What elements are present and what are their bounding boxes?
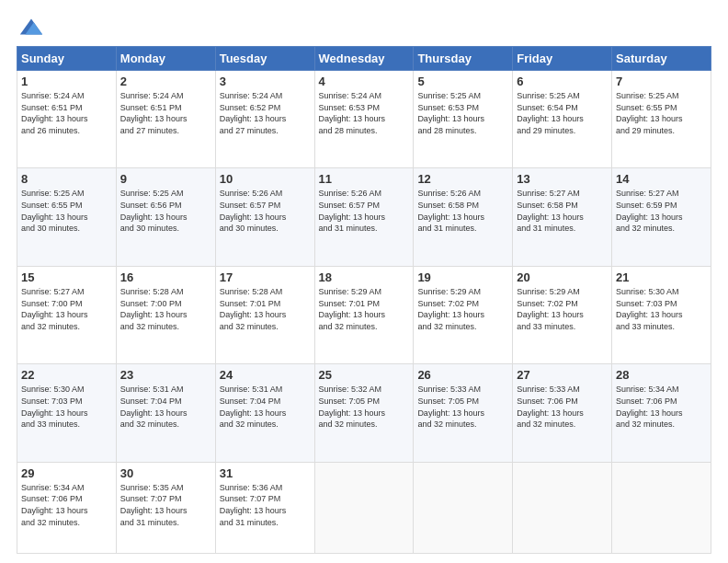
calendar-header-cell: Monday [116, 47, 215, 71]
day-number: 31 [220, 466, 311, 480]
day-info: Sunrise: 5:27 AM Sunset: 6:59 PM Dayligh… [616, 188, 707, 234]
logo-text [17, 17, 44, 37]
day-info: Sunrise: 5:27 AM Sunset: 6:58 PM Dayligh… [517, 188, 608, 234]
day-number: 1 [21, 75, 112, 88]
calendar-day-cell [314, 462, 414, 553]
day-number: 16 [120, 270, 211, 284]
calendar-day-cell: 1Sunrise: 5:24 AM Sunset: 6:51 PM Daylig… [17, 71, 117, 168]
calendar-day-cell [513, 462, 612, 553]
calendar-week-row: 15Sunrise: 5:27 AM Sunset: 7:00 PM Dayli… [17, 266, 711, 363]
day-info: Sunrise: 5:34 AM Sunset: 7:06 PM Dayligh… [616, 384, 707, 430]
day-info: Sunrise: 5:26 AM Sunset: 6:58 PM Dayligh… [417, 188, 508, 234]
calendar: SundayMondayTuesdayWednesdayThursdayFrid… [17, 46, 711, 554]
calendar-day-cell: 7Sunrise: 5:25 AM Sunset: 6:55 PM Daylig… [612, 71, 711, 168]
day-number: 29 [21, 466, 112, 480]
calendar-header-cell: Sunday [17, 47, 117, 71]
calendar-day-cell: 25Sunrise: 5:32 AM Sunset: 7:05 PM Dayli… [314, 364, 414, 462]
day-number: 28 [616, 368, 707, 382]
calendar-day-cell: 2Sunrise: 5:24 AM Sunset: 6:51 PM Daylig… [116, 71, 215, 168]
calendar-day-cell: 4Sunrise: 5:24 AM Sunset: 6:53 PM Daylig… [314, 71, 414, 168]
calendar-day-cell: 8Sunrise: 5:25 AM Sunset: 6:55 PM Daylig… [17, 168, 117, 266]
day-info: Sunrise: 5:26 AM Sunset: 6:57 PM Dayligh… [319, 188, 410, 234]
page: SundayMondayTuesdayWednesdayThursdayFrid… [0, 0, 728, 563]
calendar-header-cell: Thursday [414, 47, 513, 71]
calendar-header-row: SundayMondayTuesdayWednesdayThursdayFrid… [17, 47, 711, 71]
calendar-header-cell: Tuesday [215, 47, 314, 71]
calendar-day-cell: 9Sunrise: 5:25 AM Sunset: 6:56 PM Daylig… [116, 168, 215, 266]
day-number: 30 [120, 466, 211, 480]
day-info: Sunrise: 5:31 AM Sunset: 7:04 PM Dayligh… [120, 384, 211, 430]
day-info: Sunrise: 5:34 AM Sunset: 7:06 PM Dayligh… [21, 482, 112, 528]
calendar-day-cell: 18Sunrise: 5:29 AM Sunset: 7:01 PM Dayli… [314, 266, 414, 363]
calendar-week-row: 8Sunrise: 5:25 AM Sunset: 6:55 PM Daylig… [17, 168, 711, 266]
day-number: 8 [21, 172, 112, 186]
day-info: Sunrise: 5:30 AM Sunset: 7:03 PM Dayligh… [616, 286, 707, 332]
calendar-body: 1Sunrise: 5:24 AM Sunset: 6:51 PM Daylig… [17, 71, 711, 554]
calendar-day-cell [612, 462, 711, 553]
day-number: 6 [517, 75, 608, 88]
calendar-day-cell: 11Sunrise: 5:26 AM Sunset: 6:57 PM Dayli… [314, 168, 414, 266]
day-number: 10 [220, 172, 311, 186]
day-info: Sunrise: 5:33 AM Sunset: 7:06 PM Dayligh… [517, 384, 608, 430]
day-number: 20 [517, 270, 608, 284]
calendar-week-row: 22Sunrise: 5:30 AM Sunset: 7:03 PM Dayli… [17, 364, 711, 462]
day-info: Sunrise: 5:35 AM Sunset: 7:07 PM Dayligh… [120, 482, 211, 528]
day-info: Sunrise: 5:24 AM Sunset: 6:51 PM Dayligh… [21, 90, 112, 136]
day-info: Sunrise: 5:24 AM Sunset: 6:53 PM Dayligh… [319, 90, 410, 136]
day-number: 23 [120, 368, 211, 382]
day-number: 5 [417, 75, 508, 88]
calendar-week-row: 29Sunrise: 5:34 AM Sunset: 7:06 PM Dayli… [17, 462, 711, 553]
calendar-week-row: 1Sunrise: 5:24 AM Sunset: 6:51 PM Daylig… [17, 71, 711, 168]
calendar-day-cell: 23Sunrise: 5:31 AM Sunset: 7:04 PM Dayli… [116, 364, 215, 462]
day-number: 21 [616, 270, 707, 284]
day-number: 7 [616, 75, 707, 88]
calendar-day-cell: 28Sunrise: 5:34 AM Sunset: 7:06 PM Dayli… [612, 364, 711, 462]
day-info: Sunrise: 5:30 AM Sunset: 7:03 PM Dayligh… [21, 384, 112, 430]
calendar-day-cell: 31Sunrise: 5:36 AM Sunset: 7:07 PM Dayli… [215, 462, 314, 553]
calendar-day-cell: 16Sunrise: 5:28 AM Sunset: 7:00 PM Dayli… [116, 266, 215, 363]
day-number: 3 [220, 75, 311, 88]
calendar-header-cell: Friday [513, 47, 612, 71]
day-number: 4 [319, 75, 410, 88]
day-info: Sunrise: 5:36 AM Sunset: 7:07 PM Dayligh… [220, 482, 311, 528]
day-info: Sunrise: 5:29 AM Sunset: 7:01 PM Dayligh… [319, 286, 410, 332]
calendar-day-cell: 30Sunrise: 5:35 AM Sunset: 7:07 PM Dayli… [116, 462, 215, 553]
calendar-day-cell: 14Sunrise: 5:27 AM Sunset: 6:59 PM Dayli… [612, 168, 711, 266]
day-info: Sunrise: 5:24 AM Sunset: 6:51 PM Dayligh… [120, 90, 211, 136]
calendar-day-cell: 15Sunrise: 5:27 AM Sunset: 7:00 PM Dayli… [17, 266, 117, 363]
day-number: 27 [517, 368, 608, 382]
day-info: Sunrise: 5:27 AM Sunset: 7:00 PM Dayligh… [21, 286, 112, 332]
calendar-day-cell: 21Sunrise: 5:30 AM Sunset: 7:03 PM Dayli… [612, 266, 711, 363]
calendar-day-cell: 12Sunrise: 5:26 AM Sunset: 6:58 PM Dayli… [414, 168, 513, 266]
calendar-day-cell: 5Sunrise: 5:25 AM Sunset: 6:53 PM Daylig… [414, 71, 513, 168]
logo [17, 17, 44, 37]
calendar-day-cell: 6Sunrise: 5:25 AM Sunset: 6:54 PM Daylig… [513, 71, 612, 168]
day-number: 26 [417, 368, 508, 382]
calendar-day-cell: 29Sunrise: 5:34 AM Sunset: 7:06 PM Dayli… [17, 462, 117, 553]
day-number: 25 [319, 368, 410, 382]
day-info: Sunrise: 5:28 AM Sunset: 7:00 PM Dayligh… [120, 286, 211, 332]
day-info: Sunrise: 5:29 AM Sunset: 7:02 PM Dayligh… [417, 286, 508, 332]
day-info: Sunrise: 5:26 AM Sunset: 6:57 PM Dayligh… [220, 188, 311, 234]
day-info: Sunrise: 5:25 AM Sunset: 6:55 PM Dayligh… [616, 90, 707, 136]
day-info: Sunrise: 5:33 AM Sunset: 7:05 PM Dayligh… [417, 384, 508, 430]
day-info: Sunrise: 5:28 AM Sunset: 7:01 PM Dayligh… [220, 286, 311, 332]
day-number: 9 [120, 172, 211, 186]
calendar-day-cell: 3Sunrise: 5:24 AM Sunset: 6:52 PM Daylig… [215, 71, 314, 168]
calendar-day-cell: 13Sunrise: 5:27 AM Sunset: 6:58 PM Dayli… [513, 168, 612, 266]
calendar-day-cell: 17Sunrise: 5:28 AM Sunset: 7:01 PM Dayli… [215, 266, 314, 363]
calendar-day-cell: 22Sunrise: 5:30 AM Sunset: 7:03 PM Dayli… [17, 364, 117, 462]
day-info: Sunrise: 5:25 AM Sunset: 6:53 PM Dayligh… [417, 90, 508, 136]
calendar-header-cell: Saturday [612, 47, 711, 71]
day-info: Sunrise: 5:24 AM Sunset: 6:52 PM Dayligh… [220, 90, 311, 136]
day-number: 2 [120, 75, 211, 88]
day-number: 11 [319, 172, 410, 186]
calendar-day-cell: 20Sunrise: 5:29 AM Sunset: 7:02 PM Dayli… [513, 266, 612, 363]
day-info: Sunrise: 5:29 AM Sunset: 7:02 PM Dayligh… [517, 286, 608, 332]
calendar-day-cell: 10Sunrise: 5:26 AM Sunset: 6:57 PM Dayli… [215, 168, 314, 266]
day-number: 22 [21, 368, 112, 382]
day-number: 18 [319, 270, 410, 284]
day-number: 13 [517, 172, 608, 186]
day-info: Sunrise: 5:32 AM Sunset: 7:05 PM Dayligh… [319, 384, 410, 430]
day-info: Sunrise: 5:31 AM Sunset: 7:04 PM Dayligh… [220, 384, 311, 430]
